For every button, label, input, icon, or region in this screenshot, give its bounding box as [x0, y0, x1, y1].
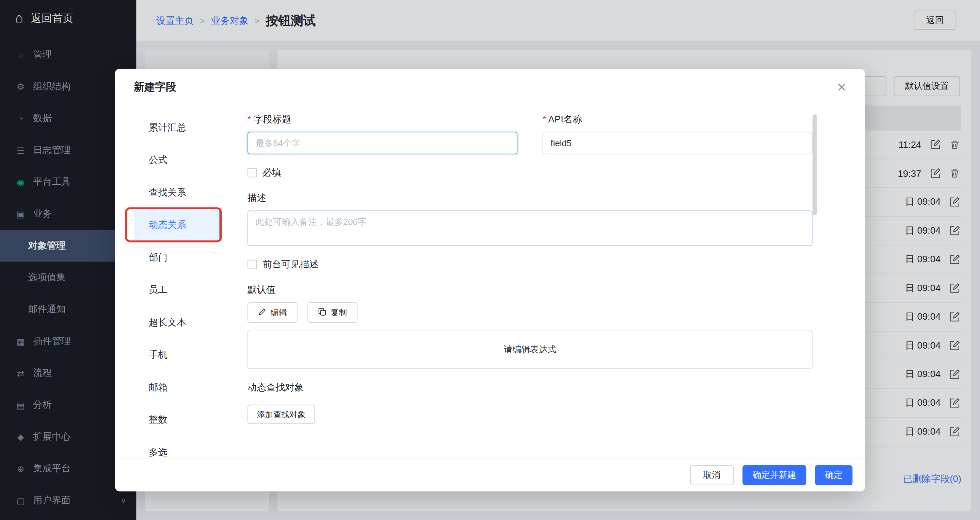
nav-item-dynamic-relation[interactable]: 动态关系 — [134, 208, 221, 241]
cancel-button[interactable]: 取消 — [690, 465, 734, 485]
close-icon[interactable]: × — [837, 79, 846, 95]
nav-item-label: 查找关系 — [149, 186, 186, 198]
nav-item-rollup-summary[interactable]: 累计汇总 — [134, 111, 221, 144]
front-visible-checkbox[interactable] — [247, 260, 257, 270]
copy-expression-button[interactable]: 复制 — [307, 302, 357, 323]
modal-footer: 取消 确定并新建 确定 — [115, 458, 865, 491]
confirm-and-new-button[interactable]: 确定并新建 — [742, 465, 806, 485]
required-checkbox[interactable] — [247, 168, 257, 178]
nav-item-label: 超长文本 — [149, 316, 186, 328]
field-title-label: 字段标题 — [247, 114, 517, 125]
nav-item-label: 累计汇总 — [149, 121, 186, 133]
expression-box[interactable]: 请编辑表达式 — [247, 330, 813, 369]
modal-header: 新建字段 × — [115, 69, 865, 105]
required-checkbox-label: 必填 — [262, 166, 281, 179]
nav-item-label: 整数 — [149, 414, 167, 425]
nav-item-email[interactable]: 邮箱 — [134, 371, 221, 403]
expression-placeholder-text: 请编辑表达式 — [504, 344, 556, 355]
field-title-input[interactable] — [247, 132, 517, 154]
edit-button-label: 编辑 — [270, 307, 287, 318]
nav-item-lookup-relation[interactable]: 查找关系 — [134, 176, 221, 208]
description-textarea[interactable] — [247, 211, 813, 246]
default-value-label: 默认值 — [247, 284, 813, 296]
nav-item-integer[interactable]: 整数 — [134, 403, 221, 436]
app-window: ⌂ 返回首页 ○ 管理 ⚙ 组织结构 ◔ 数据 ☰ 日志管理 ◉ 平台工具 — [0, 0, 980, 520]
modal-body: 累计汇总 公式 查找关系 动态关系 部门 员工 超长文本 手机 邮箱 整数 多选… — [115, 105, 865, 457]
nav-item-label: 动态关系 — [149, 219, 186, 231]
modal-title: 新建字段 — [134, 79, 176, 94]
nav-item-label: 员工 — [149, 284, 167, 296]
add-lookup-object-button[interactable]: 添加查找对象 — [247, 405, 315, 424]
api-name-input[interactable] — [542, 132, 813, 154]
nav-item-label: 部门 — [149, 251, 167, 263]
nav-item-label: 公式 — [149, 154, 167, 166]
confirm-button[interactable]: 确定 — [815, 465, 852, 485]
nav-item-formula[interactable]: 公式 — [134, 144, 221, 176]
edit-expression-button[interactable]: 编辑 — [247, 302, 298, 323]
dynamic-lookup-label: 动态查找对象 — [247, 382, 813, 393]
description-label: 描述 — [247, 192, 813, 205]
api-name-label: API名称 — [542, 114, 813, 125]
copy-button-label: 复制 — [331, 307, 347, 318]
front-visible-checkbox-label: 前台可见描述 — [262, 258, 318, 270]
nav-item-long-text[interactable]: 超长文本 — [134, 306, 221, 338]
field-form: 字段标题 API名称 必填 描述 前台可见描述 — [221, 105, 865, 457]
pencil-icon — [258, 308, 266, 317]
nav-item-department[interactable]: 部门 — [134, 241, 221, 273]
nav-item-employee[interactable]: 员工 — [134, 273, 221, 306]
nav-item-mobile[interactable]: 手机 — [134, 338, 221, 371]
field-type-nav: 累计汇总 公式 查找关系 动态关系 部门 员工 超长文本 手机 邮箱 整数 多选 — [115, 105, 221, 457]
nav-item-label: 多选 — [149, 446, 167, 458]
nav-item-label: 手机 — [149, 349, 167, 360]
nav-item-label: 邮箱 — [149, 381, 167, 393]
copy-icon — [318, 308, 326, 317]
nav-item-multi-select[interactable]: 多选 — [134, 436, 221, 458]
new-field-modal: 新建字段 × 累计汇总 公式 查找关系 动态关系 部门 员工 超长文本 手机 邮… — [115, 69, 865, 491]
modal-scrollbar-thumb[interactable] — [813, 114, 817, 215]
